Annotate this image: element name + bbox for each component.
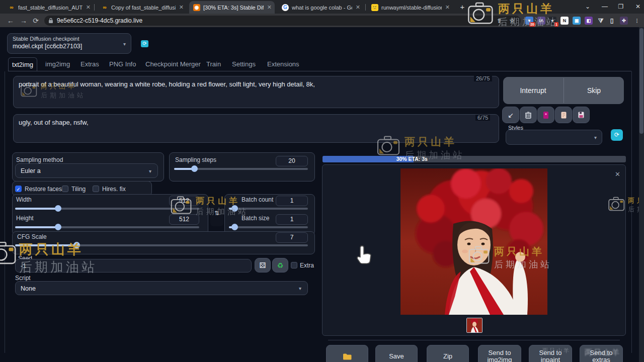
save-style-button[interactable] xyxy=(573,107,590,123)
scrollbar-track[interactable] xyxy=(639,27,644,362)
panel-border-left xyxy=(5,71,5,353)
download-extension-icon[interactable]: ▾ 20 xyxy=(525,17,533,25)
slider-thumb[interactable] xyxy=(73,242,80,248)
tab-img2img[interactable]: img2img xyxy=(45,60,70,68)
batch-size-slider[interactable] xyxy=(229,226,308,228)
paste-params-button[interactable]: ↙ xyxy=(502,107,519,123)
profile-avatar[interactable]: ✣ xyxy=(620,17,628,25)
tab-settings[interactable]: Settings xyxy=(232,60,256,68)
batch-size-value[interactable]: 1 xyxy=(276,214,308,225)
bookmark-star-icon[interactable]: ☆ xyxy=(508,17,516,25)
hires-fix-checkbox[interactable] xyxy=(93,186,99,192)
tab-close-icon[interactable]: ✕ xyxy=(356,4,360,11)
sidebar-icon[interactable]: ▯ xyxy=(608,17,616,25)
clear-prompt-button[interactable] xyxy=(520,107,537,123)
watermark-extras-button: 两只山羊 xyxy=(585,348,621,357)
address-bar[interactable]: 9e5e6cc2-c519-4dc5.gradio.live xyxy=(44,16,521,26)
tiling-checkbox[interactable] xyxy=(62,186,68,192)
tab-close-icon[interactable]: ✕ xyxy=(445,4,450,11)
tab-search-chevron-icon[interactable]: ⌄ xyxy=(580,0,596,14)
thumbnail-image xyxy=(467,318,482,332)
scrollbar-thumb[interactable] xyxy=(639,28,643,134)
kebab-menu-icon[interactable]: ⋮ xyxy=(633,17,641,25)
width-slider[interactable] xyxy=(15,208,199,210)
watermark-inpaint-button: 两只山羊 xyxy=(542,347,571,354)
tab-close-icon[interactable]: ✕ xyxy=(86,4,91,11)
script-dropdown[interactable]: None ▾ xyxy=(15,281,308,295)
floppy-disk-icon xyxy=(578,111,585,119)
restore-button[interactable]: ❐ xyxy=(613,0,629,14)
reuse-seed-button[interactable]: ♻ xyxy=(272,258,288,273)
browser-tab-google[interactable]: G what is google colab - Googl ✕ xyxy=(278,1,363,14)
restore-faces-checkbox[interactable]: ✓ xyxy=(15,186,22,192)
browser-tab-huggingface[interactable]: 🙂 runwayml/stable-diffusion-v1 ✕ xyxy=(367,1,453,14)
send-to-img2img-button[interactable]: Send to img2img xyxy=(478,345,521,362)
seed-input[interactable] xyxy=(16,259,251,272)
slider-thumb[interactable] xyxy=(55,205,61,212)
share-icon[interactable]: ⇪ xyxy=(495,17,503,25)
open-folder-button[interactable] xyxy=(326,345,368,362)
reload-icon[interactable]: ⟳ xyxy=(30,15,41,26)
prompt-box: portrait of a beautiful woman, wearing a… xyxy=(13,76,499,108)
browser-tab-colab-2[interactable]: ∞ Copy of fast_stable_diffusion ✕ xyxy=(97,1,187,14)
tab-close-icon[interactable]: ✕ xyxy=(267,4,272,11)
office-extension-icon[interactable]: ◧ xyxy=(585,17,593,25)
prompt-input[interactable]: portrait of a beautiful woman, wearing a… xyxy=(14,76,499,108)
swap-dimensions-button[interactable]: ⇅ xyxy=(210,200,223,226)
cfg-scale-slider[interactable] xyxy=(15,244,308,246)
negative-prompt-input[interactable]: ugly, out of shape, nsfw, xyxy=(14,115,499,142)
extra-networks-button[interactable] xyxy=(537,107,554,123)
notion-icon[interactable]: N xyxy=(560,17,569,25)
sampling-method-select[interactable]: Euler a ▾ xyxy=(15,163,158,178)
puzzle-extensions-icon[interactable]: ⧩ xyxy=(597,17,605,25)
extra-seed-checkbox[interactable] xyxy=(291,262,297,268)
slider-thumb[interactable] xyxy=(231,205,238,212)
back-icon[interactable]: ← xyxy=(5,15,16,26)
checkpoint-refresh-button[interactable]: ⟳ xyxy=(141,40,148,47)
gallery-thumbnail[interactable] xyxy=(466,318,482,333)
tab-extensions[interactable]: Extensions xyxy=(267,60,299,68)
interrupt-button[interactable]: Interrupt xyxy=(503,77,563,104)
apply-style-button[interactable] xyxy=(555,107,572,123)
tab-close-icon[interactable]: ✕ xyxy=(179,4,184,11)
batch-count-slider[interactable] xyxy=(229,208,308,210)
sampling-steps-slider[interactable] xyxy=(174,168,308,170)
height-value[interactable]: 512 xyxy=(169,214,199,225)
tab-title: [30% ETA: 3s] Stable Diffusion xyxy=(203,5,264,11)
gallery-close-icon[interactable]: ✕ xyxy=(615,170,620,178)
window-extension-icon[interactable]: ▣ xyxy=(573,17,581,25)
session-extension-icon[interactable]: ● 1 xyxy=(548,17,556,25)
browser-tab-colab-1[interactable]: ∞ fast_stable_diffusion_AUTOMA ✕ xyxy=(4,1,94,14)
tab-train[interactable]: Train xyxy=(206,60,221,68)
browser-tab-active-gradio[interactable]: ◉ [30% ETA: 3s] Stable Diffusion ✕ xyxy=(189,1,275,14)
slider-thumb[interactable] xyxy=(55,224,61,230)
ia-extension-icon[interactable]: IA xyxy=(537,17,545,25)
sampling-method-value: Euler a xyxy=(21,167,41,174)
tab-png-info[interactable]: PNG Info xyxy=(109,60,136,68)
random-seed-button[interactable]: ⚄ xyxy=(255,258,271,273)
slider-thumb[interactable] xyxy=(231,224,238,230)
prompt-token-counter: 26/75 xyxy=(474,75,492,81)
width-value[interactable]: 512 xyxy=(169,196,199,206)
forward-icon[interactable]: → xyxy=(18,15,29,26)
tiling-label: Tiling xyxy=(71,186,86,193)
tab-extras[interactable]: Extras xyxy=(80,60,99,68)
new-tab-button[interactable]: + xyxy=(456,0,469,14)
checkpoint-dropdown[interactable]: Stable Diffusion checkpoint model.ckpt [… xyxy=(7,33,131,54)
skip-button[interactable]: Skip xyxy=(564,77,624,104)
save-button[interactable]: Save xyxy=(375,345,418,362)
height-slider[interactable] xyxy=(15,226,199,228)
close-button[interactable]: ✕ xyxy=(630,0,644,14)
tab-checkpoint-merger[interactable]: Checkpoint Merger xyxy=(145,60,201,68)
styles-refresh-button[interactable]: ⟳ xyxy=(611,129,623,141)
slider-thumb[interactable] xyxy=(191,165,198,172)
hires-fix-label: Hires. fix xyxy=(102,186,126,193)
generated-image[interactable] xyxy=(400,168,547,315)
styles-dropdown[interactable]: ▾ xyxy=(506,130,602,145)
zip-button[interactable]: Zip xyxy=(427,345,469,362)
tab-txt2img[interactable]: txt2img xyxy=(8,57,37,71)
sampling-steps-value[interactable]: 20 xyxy=(276,156,308,166)
cfg-scale-value[interactable]: 7 xyxy=(276,232,308,243)
minimize-button[interactable]: — xyxy=(597,0,613,14)
batch-count-value[interactable]: 1 xyxy=(276,196,308,206)
